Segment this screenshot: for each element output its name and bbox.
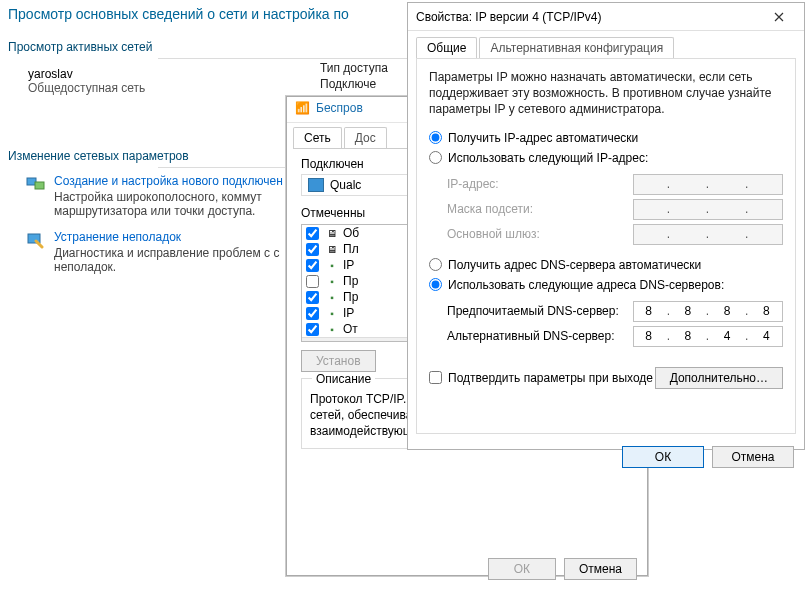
- radio-ip-manual[interactable]: [429, 151, 442, 164]
- task-new-connection-link[interactable]: Создание и настройка нового подключен: [54, 174, 283, 188]
- troubleshoot-icon: [26, 230, 46, 250]
- wifi-icon: 📶: [295, 101, 310, 115]
- tab-access[interactable]: Дос: [344, 127, 387, 148]
- monitor-icon: 🖥: [325, 243, 339, 255]
- gateway-label: Основной шлюз:: [447, 227, 540, 241]
- radio-dns-auto-label[interactable]: Получить адрес DNS-сервера автоматически: [448, 258, 701, 272]
- dns-alt-label: Альтернативный DNS-сервер:: [447, 329, 615, 343]
- advanced-button[interactable]: Дополнительно…: [655, 367, 783, 389]
- protocol-icon: ▪: [325, 323, 339, 335]
- dns-alt-field[interactable]: 8. 8. 4. 4: [633, 326, 783, 347]
- radio-ip-manual-label[interactable]: Использовать следующий IP-адрес:: [448, 151, 648, 165]
- connection-wizard-icon: [26, 174, 46, 194]
- access-type-label: Тип доступа: [320, 60, 388, 76]
- close-icon: [774, 12, 784, 22]
- radio-dns-auto[interactable]: [429, 258, 442, 271]
- task-troubleshoot-link[interactable]: Устранение неполадок: [54, 230, 181, 244]
- ip-address-field: ...: [633, 174, 783, 195]
- tab-alt-config[interactable]: Альтернативная конфигурация: [479, 37, 674, 58]
- ok-button[interactable]: ОК: [622, 446, 704, 468]
- protocol-icon: ▪: [325, 259, 339, 271]
- adapter-icon: [308, 178, 324, 192]
- dns-preferred-field[interactable]: 8. 8. 8. 8: [633, 301, 783, 322]
- connections-label: Подключе: [320, 76, 388, 92]
- radio-dns-manual[interactable]: [429, 278, 442, 291]
- validate-on-exit-checkbox[interactable]: [429, 371, 442, 384]
- ipv4-properties-dialog: Свойства: IP версии 4 (TCP/IPv4) Общие А…: [407, 2, 805, 450]
- gateway-field: ...: [633, 224, 783, 245]
- radio-dns-manual-label[interactable]: Использовать следующие адреса DNS-сервер…: [448, 278, 724, 292]
- protocol-icon: ▪: [325, 307, 339, 319]
- subnet-mask-field: ...: [633, 199, 783, 220]
- ok-button[interactable]: ОК: [488, 558, 556, 580]
- cancel-button[interactable]: Отмена: [712, 446, 794, 468]
- description-label: Описание: [312, 372, 375, 386]
- subnet-mask-label: Маска подсети:: [447, 202, 533, 216]
- install-button[interactable]: Установ: [301, 350, 376, 372]
- svg-rect-1: [35, 182, 44, 189]
- intro-text: Параметры IP можно назначать автоматичес…: [429, 69, 783, 128]
- tab-network[interactable]: Сеть: [293, 127, 342, 148]
- radio-ip-auto[interactable]: [429, 131, 442, 144]
- monitor-icon: 🖥: [325, 227, 339, 239]
- ipv4-dialog-title: Свойства: IP версии 4 (TCP/IPv4): [416, 10, 602, 24]
- protocol-icon: ▪: [325, 291, 339, 303]
- tab-general[interactable]: Общие: [416, 37, 477, 58]
- cancel-button[interactable]: Отмена: [564, 558, 637, 580]
- close-button[interactable]: [762, 7, 796, 27]
- ipv4-dialog-titlebar[interactable]: Свойства: IP версии 4 (TCP/IPv4): [408, 3, 804, 31]
- dns-preferred-label: Предпочитаемый DNS-сервер:: [447, 304, 619, 318]
- radio-ip-auto-label[interactable]: Получить IP-адрес автоматически: [448, 131, 638, 145]
- validate-on-exit-label[interactable]: Подтвердить параметры при выходе: [448, 371, 653, 385]
- protocol-icon: ▪: [325, 275, 339, 287]
- ip-address-label: IP-адрес:: [447, 177, 499, 191]
